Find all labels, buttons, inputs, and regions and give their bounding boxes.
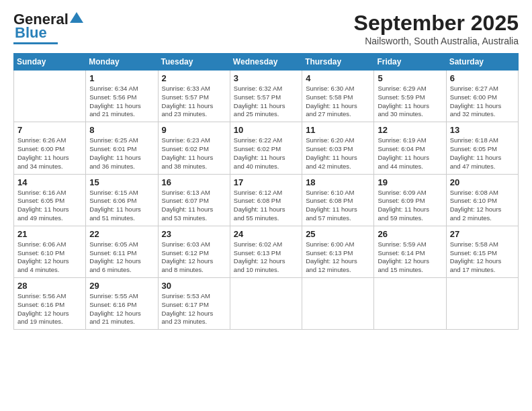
logo-blue-text: Blue: [15, 24, 47, 42]
day-number: 13: [450, 125, 515, 135]
calendar-cell: 8Sunrise: 6:25 AMSunset: 6:01 PMDaylight…: [86, 122, 158, 174]
calendar-week-row: 14Sunrise: 6:16 AMSunset: 6:05 PMDayligh…: [14, 174, 519, 226]
day-info: Sunrise: 6:19 AMSunset: 6:04 PMDaylight:…: [378, 136, 442, 171]
day-info: Sunrise: 5:55 AMSunset: 6:16 PMDaylight:…: [89, 292, 154, 326]
day-info: Sunrise: 6:20 AMSunset: 6:03 PMDaylight:…: [306, 136, 370, 171]
calendar-week-row: 7Sunrise: 6:26 AMSunset: 6:00 PMDaylight…: [14, 122, 519, 174]
day-info: Sunrise: 6:33 AMSunset: 5:57 PMDaylight:…: [162, 85, 226, 119]
calendar-cell: [446, 278, 518, 330]
calendar-cell: 2Sunrise: 6:33 AMSunset: 5:57 PMDaylight…: [158, 71, 230, 122]
day-number: 19: [378, 177, 442, 187]
calendar-cell: 29Sunrise: 5:55 AMSunset: 6:16 PMDayligh…: [86, 278, 158, 330]
calendar-cell: 12Sunrise: 6:19 AMSunset: 6:04 PMDayligh…: [374, 122, 446, 174]
day-info: Sunrise: 6:13 AMSunset: 6:07 PMDaylight:…: [162, 189, 226, 223]
calendar-cell: 13Sunrise: 6:18 AMSunset: 6:05 PMDayligh…: [446, 122, 518, 174]
day-number: 4: [306, 73, 370, 83]
calendar-cell: 28Sunrise: 5:56 AMSunset: 6:16 PMDayligh…: [14, 278, 86, 330]
day-info: Sunrise: 5:58 AMSunset: 6:15 PMDaylight:…: [450, 240, 515, 275]
svg-marker-0: [70, 12, 83, 23]
day-info: Sunrise: 6:26 AMSunset: 6:00 PMDaylight:…: [17, 136, 82, 171]
calendar-cell: [230, 278, 302, 330]
day-info: Sunrise: 6:30 AMSunset: 5:58 PMDaylight:…: [306, 85, 370, 119]
calendar-cell: 6Sunrise: 6:27 AMSunset: 6:00 PMDaylight…: [446, 71, 518, 122]
day-info: Sunrise: 6:27 AMSunset: 6:00 PMDaylight:…: [450, 85, 515, 119]
day-number: 14: [17, 177, 82, 187]
calendar-cell: 5Sunrise: 6:29 AMSunset: 5:59 PMDaylight…: [374, 71, 446, 122]
day-number: 1: [89, 73, 154, 83]
calendar-day-header: Monday: [86, 54, 158, 71]
day-info: Sunrise: 6:02 AMSunset: 6:13 PMDaylight:…: [234, 240, 298, 275]
day-number: 12: [378, 125, 442, 135]
day-info: Sunrise: 6:16 AMSunset: 6:05 PMDaylight:…: [17, 189, 82, 223]
day-info: Sunrise: 6:08 AMSunset: 6:10 PMDaylight:…: [450, 189, 515, 223]
day-number: 27: [450, 229, 515, 239]
day-number: 6: [450, 73, 515, 83]
day-number: 18: [306, 177, 370, 187]
calendar-cell: 11Sunrise: 6:20 AMSunset: 6:03 PMDayligh…: [302, 122, 374, 174]
calendar-cell: [14, 71, 86, 122]
calendar-cell: 30Sunrise: 5:53 AMSunset: 6:17 PMDayligh…: [158, 278, 230, 330]
day-info: Sunrise: 5:53 AMSunset: 6:17 PMDaylight:…: [162, 292, 226, 326]
calendar-day-header: Saturday: [446, 54, 518, 71]
day-number: 9: [162, 125, 226, 135]
calendar-cell: 18Sunrise: 6:10 AMSunset: 6:08 PMDayligh…: [302, 174, 374, 226]
calendar-cell: 24Sunrise: 6:02 AMSunset: 6:13 PMDayligh…: [230, 226, 302, 277]
calendar-subtitle: Nailsworth, South Australia, Australia: [354, 36, 519, 46]
calendar-cell: 20Sunrise: 6:08 AMSunset: 6:10 PMDayligh…: [446, 174, 518, 226]
calendar-cell: 26Sunrise: 5:59 AMSunset: 6:14 PMDayligh…: [374, 226, 446, 277]
calendar-cell: 3Sunrise: 6:32 AMSunset: 5:57 PMDaylight…: [230, 71, 302, 122]
day-number: 25: [306, 229, 370, 239]
day-info: Sunrise: 6:32 AMSunset: 5:57 PMDaylight:…: [234, 85, 298, 119]
calendar-cell: 27Sunrise: 5:58 AMSunset: 6:15 PMDayligh…: [446, 226, 518, 277]
day-number: 11: [306, 125, 370, 135]
day-info: Sunrise: 5:59 AMSunset: 6:14 PMDaylight:…: [378, 240, 442, 275]
calendar-cell: 9Sunrise: 6:23 AMSunset: 6:02 PMDaylight…: [158, 122, 230, 174]
day-info: Sunrise: 5:56 AMSunset: 6:16 PMDaylight:…: [17, 292, 82, 326]
day-number: 2: [162, 73, 226, 83]
day-number: 29: [89, 281, 154, 291]
calendar-day-header: Tuesday: [158, 54, 230, 71]
day-number: 17: [234, 177, 298, 187]
day-info: Sunrise: 6:18 AMSunset: 6:05 PMDaylight:…: [450, 136, 515, 171]
day-info: Sunrise: 6:05 AMSunset: 6:11 PMDaylight:…: [89, 240, 154, 275]
calendar-title: September 2025: [354, 11, 519, 36]
day-info: Sunrise: 6:03 AMSunset: 6:12 PMDaylight:…: [162, 240, 226, 275]
calendar-table: SundayMondayTuesdayWednesdayThursdayFrid…: [13, 53, 519, 330]
day-number: 5: [378, 73, 442, 83]
calendar-week-row: 1Sunrise: 6:34 AMSunset: 5:56 PMDaylight…: [14, 71, 519, 122]
day-number: 15: [89, 177, 154, 187]
title-block: September 2025 Nailsworth, South Austral…: [354, 11, 519, 46]
calendar-cell: 16Sunrise: 6:13 AMSunset: 6:07 PMDayligh…: [158, 174, 230, 226]
calendar-cell: 14Sunrise: 6:16 AMSunset: 6:05 PMDayligh…: [14, 174, 86, 226]
page-header: General Blue September 2025 Nailsworth, …: [13, 11, 519, 46]
calendar-header-row: SundayMondayTuesdayWednesdayThursdayFrid…: [14, 54, 519, 71]
calendar-cell: 19Sunrise: 6:09 AMSunset: 6:09 PMDayligh…: [374, 174, 446, 226]
calendar-cell: 10Sunrise: 6:22 AMSunset: 6:02 PMDayligh…: [230, 122, 302, 174]
calendar-cell: 17Sunrise: 6:12 AMSunset: 6:08 PMDayligh…: [230, 174, 302, 226]
calendar-day-header: Wednesday: [230, 54, 302, 71]
day-info: Sunrise: 6:15 AMSunset: 6:06 PMDaylight:…: [89, 189, 154, 223]
calendar-cell: 23Sunrise: 6:03 AMSunset: 6:12 PMDayligh…: [158, 226, 230, 277]
day-info: Sunrise: 6:06 AMSunset: 6:10 PMDaylight:…: [17, 240, 82, 275]
day-info: Sunrise: 6:10 AMSunset: 6:08 PMDaylight:…: [306, 189, 370, 223]
day-info: Sunrise: 6:09 AMSunset: 6:09 PMDaylight:…: [378, 189, 442, 223]
calendar-cell: 22Sunrise: 6:05 AMSunset: 6:11 PMDayligh…: [86, 226, 158, 277]
logo-underline: [13, 42, 58, 44]
calendar-week-row: 21Sunrise: 6:06 AMSunset: 6:10 PMDayligh…: [14, 226, 519, 277]
day-number: 10: [234, 125, 298, 135]
day-number: 22: [89, 229, 154, 239]
calendar-day-header: Thursday: [302, 54, 374, 71]
calendar-day-header: Friday: [374, 54, 446, 71]
day-info: Sunrise: 6:22 AMSunset: 6:02 PMDaylight:…: [234, 136, 298, 171]
calendar-cell: 25Sunrise: 6:00 AMSunset: 6:13 PMDayligh…: [302, 226, 374, 277]
day-number: 20: [450, 177, 515, 187]
day-number: 26: [378, 229, 442, 239]
day-info: Sunrise: 6:12 AMSunset: 6:08 PMDaylight:…: [234, 189, 298, 223]
calendar-cell: 7Sunrise: 6:26 AMSunset: 6:00 PMDaylight…: [14, 122, 86, 174]
calendar-week-row: 28Sunrise: 5:56 AMSunset: 6:16 PMDayligh…: [14, 278, 519, 330]
day-number: 21: [17, 229, 82, 239]
day-info: Sunrise: 6:00 AMSunset: 6:13 PMDaylight:…: [306, 240, 370, 275]
day-number: 30: [162, 281, 226, 291]
calendar-cell: [374, 278, 446, 330]
day-info: Sunrise: 6:29 AMSunset: 5:59 PMDaylight:…: [378, 85, 442, 119]
